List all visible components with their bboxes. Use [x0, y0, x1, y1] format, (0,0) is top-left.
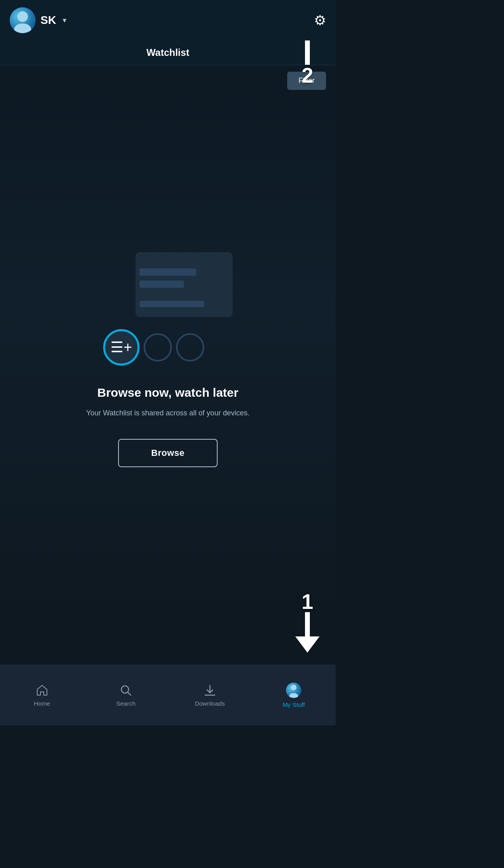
nav-item-mystuff[interactable]: My Stuff: [252, 683, 336, 708]
nav-avatar-body: [289, 693, 298, 698]
nav-item-search[interactable]: Search: [84, 684, 168, 707]
page-title: Watchlist: [146, 47, 189, 58]
home-icon: [36, 684, 49, 697]
ill-circle2: [144, 333, 172, 362]
arrow-down-head: [295, 636, 320, 653]
main-content: ☰+ Browse now, watch later Your Watchlis…: [0, 96, 336, 623]
add-to-watchlist-icon: ☰+: [103, 329, 140, 366]
annotation-number-1: 1: [302, 591, 313, 612]
annotation-number-2: 2: [302, 65, 313, 86]
nav-avatar: [286, 683, 301, 698]
watchlist-illustration: ☰+: [103, 252, 233, 366]
empty-state-headline: Browse now, watch later: [97, 386, 239, 400]
settings-button[interactable]: ⚙: [314, 12, 326, 28]
ill-line3: [140, 301, 204, 307]
arrow-down-icon: [295, 612, 320, 653]
app-container: SK ▾ ⚙ 2 Watchlist Filter ☰+: [0, 0, 336, 725]
nav-item-home[interactable]: Home: [0, 684, 84, 707]
nav-label-downloads: Downloads: [195, 700, 225, 707]
avatar-body: [14, 23, 31, 33]
ill-card: [136, 252, 233, 317]
downloads-icon: [203, 684, 216, 697]
nav-item-downloads[interactable]: Downloads: [168, 684, 252, 707]
nav-label-search: Search: [116, 700, 136, 707]
bottom-nav: Home Search Downloads My Stuff: [0, 665, 336, 725]
filter-bar: Filter: [0, 65, 336, 96]
empty-state-subtext: Your Watchlist is shared across all of y…: [86, 408, 250, 419]
nav-label-mystuff: My Stuff: [283, 701, 305, 708]
title-bar: Watchlist: [0, 40, 336, 65]
arrow-shaft-down: [305, 612, 310, 636]
annotation-arrow1: 1: [295, 591, 320, 653]
ill-line1: [140, 268, 196, 276]
arrow-shaft: [305, 40, 310, 65]
gear-icon: ⚙: [314, 13, 326, 28]
profile-section[interactable]: SK ▾: [10, 7, 66, 33]
ill-circle3: [176, 333, 204, 362]
search-icon: [119, 684, 132, 697]
profile-name: SK: [40, 14, 56, 27]
nav-avatar-head: [291, 685, 296, 690]
avatar: [10, 7, 36, 33]
svg-line-1: [128, 692, 131, 695]
browse-button[interactable]: Browse: [118, 439, 218, 467]
add-icon-symbol: ☰+: [110, 339, 132, 356]
ill-line2: [140, 281, 184, 288]
header: SK ▾ ⚙: [0, 0, 336, 40]
avatar-head: [17, 11, 28, 22]
nav-label-home: Home: [34, 700, 50, 707]
chevron-down-icon: ▾: [63, 16, 66, 25]
